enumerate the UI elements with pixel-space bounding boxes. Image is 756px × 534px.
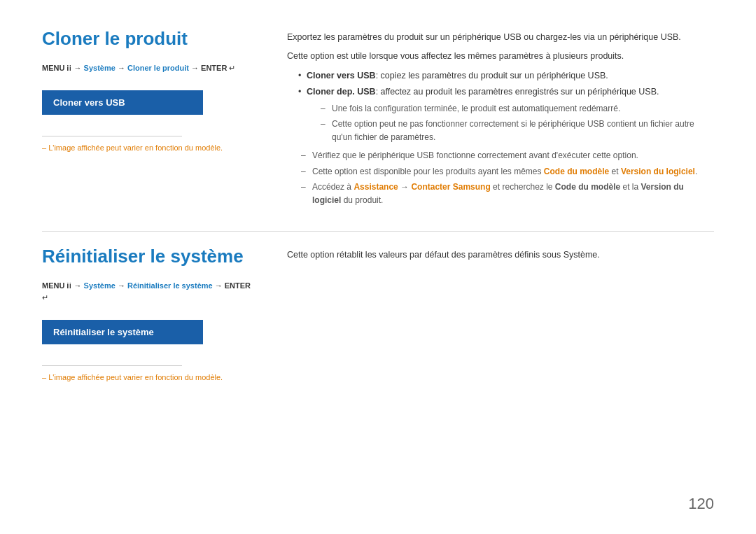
menu-item: Cloner le produit <box>127 64 189 72</box>
dash5-middle: et recherchez le <box>491 182 555 192</box>
dash4-bold1: Code du modèle <box>544 167 609 176</box>
menu2-arrow1: → <box>74 281 84 290</box>
dash5-link1: Assistance <box>354 182 398 192</box>
section1-divider <box>42 136 182 136</box>
bullet1-bold: Cloner vers USB <box>307 71 376 80</box>
left-col-section2: Réinitialiser le système MENU ⅲ → Systèm… <box>42 246 259 381</box>
extra-dash-list: Vérifiez que le périphérique USB fonctio… <box>301 149 714 206</box>
section2-menu-path: MENU ⅲ → Système → Réinitialiser le syst… <box>42 280 259 304</box>
menu2-arrow2: → <box>118 281 127 290</box>
dash5-prefix: Accédez à <box>312 182 354 192</box>
enter2-icon: ↵ <box>42 294 48 302</box>
section2-note-text: L'image affichée peut varier en fonction… <box>48 373 223 381</box>
menu2-item: Réinitialiser le système <box>127 281 213 290</box>
clone-usb-label: Cloner vers USB <box>53 97 125 108</box>
left-col-section1: Cloner le produit MENU ⅲ → Système → Clo… <box>42 28 259 210</box>
dash4-bold2: Version du logiciel <box>621 167 695 176</box>
dash-prefix: – <box>42 143 48 152</box>
menu2-enter: ENTER <box>225 281 251 290</box>
menu-icon: ⅲ <box>66 64 74 72</box>
main-divider <box>42 231 714 232</box>
dash5-link2: Contacter Samsung <box>411 182 490 192</box>
dash-item-1: Une fois la configuration terminée, le p… <box>321 102 714 115</box>
section2-desc1: Cette option rétablit les valeurs par dé… <box>287 248 714 262</box>
section-reinitialiser: Réinitialiser le système MENU ⅲ → Systèm… <box>42 246 714 381</box>
section2-note: – L'image affichée peut varier en foncti… <box>42 373 259 381</box>
section-cloner-produit: Cloner le produit MENU ⅲ → Système → Clo… <box>42 28 714 210</box>
section1-title: Cloner le produit <box>42 28 259 50</box>
menu2-keyword: MENU <box>42 281 64 290</box>
clone-usb-button[interactable]: Cloner vers USB <box>42 90 203 115</box>
bullet2-text: : affectez au produit les paramètres enr… <box>376 87 659 97</box>
dash5-suffix: du produit. <box>341 195 383 205</box>
section2-title: Réinitialiser le système <box>42 246 259 267</box>
dash5-bold1: Code du modèle <box>555 182 620 192</box>
menu-arrow2: → <box>118 64 127 72</box>
enter-icon: ↵ <box>229 64 235 72</box>
dash-sublist: Une fois la configuration terminée, le p… <box>321 102 714 144</box>
dash-item-2: Cette option peut ne pas fonctionner cor… <box>321 118 714 143</box>
menu-system: Système <box>84 64 115 72</box>
section2-divider <box>42 365 182 366</box>
menu2-icon: ⅲ <box>66 281 74 290</box>
desc2: Cette option est utile lorsque vous affe… <box>287 50 714 63</box>
right-col-section1: Exportez les paramètres du produit sur u… <box>287 28 714 210</box>
page-number: 120 <box>688 495 714 513</box>
menu2-system: Système <box>84 281 115 290</box>
section1-note: – L'image affichée peut varier en foncti… <box>42 143 259 152</box>
menu-arrow3: → <box>191 64 201 72</box>
section1-menu-path: MENU ⅲ → Système → Cloner le produit → E… <box>42 62 259 75</box>
menu2-arrow3: → <box>215 281 225 290</box>
right-col-section2: Cette option rétablit les valeurs par dé… <box>287 246 714 381</box>
dash5-middle2: et la <box>620 182 640 192</box>
bullet2-bold: Cloner dep. USB <box>307 87 376 97</box>
dash-item-3: Vérifiez que le périphérique USB fonctio… <box>301 149 714 162</box>
menu-enter: ENTER <box>201 64 227 72</box>
bullet-item-1: Cloner vers USB: copiez les paramètres d… <box>298 69 714 83</box>
section1-note-text: L'image affichée peut varier en fonction… <box>48 143 223 152</box>
menu-keyword: MENU <box>42 64 64 72</box>
desc1: Exportez les paramètres du produit sur u… <box>287 31 714 44</box>
bullet1-text: : copiez les paramètres du produit sur u… <box>376 71 608 80</box>
reinit-button[interactable]: Réinitialiser le système <box>42 320 203 344</box>
dash4-and: et <box>609 167 621 176</box>
bullet-item-2: Cloner dep. USB: affectez au produit les… <box>298 85 714 143</box>
dash-item-4: Cette option est disponible pour les pro… <box>301 165 714 178</box>
reinit-label: Réinitialiser le système <box>53 327 154 337</box>
dash5-arrow: → <box>398 182 412 192</box>
dash2-prefix: – <box>42 373 48 381</box>
bullet-list: Cloner vers USB: copiez les paramètres d… <box>298 69 714 144</box>
dash-item-5: Accédez à Assistance → Contacter Samsung… <box>301 181 714 206</box>
menu-arrow1: → <box>74 64 84 72</box>
dash4-suffix: . <box>695 167 697 176</box>
page: Cloner le produit MENU ⅲ → Système → Clo… <box>0 0 756 534</box>
dash4-prefix: Cette option est disponible pour les pro… <box>312 167 544 176</box>
